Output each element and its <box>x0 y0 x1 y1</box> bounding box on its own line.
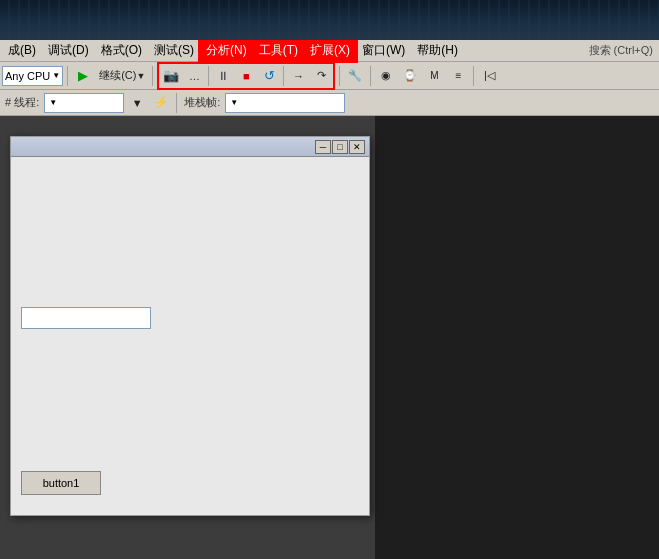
memory-icon: M <box>430 70 438 81</box>
stop-button[interactable]: ■ <box>235 65 257 87</box>
menu-bar: 成(B) 调试(D) 格式(O) 测试(S) 分析(N) 工具(T) 扩展(X)… <box>0 40 659 62</box>
separator-inner2 <box>283 66 284 86</box>
stack-label: 堆栈帧: <box>181 95 223 110</box>
play-icon: ▶ <box>78 68 88 83</box>
menu-extensions[interactable]: 扩展(X) <box>304 40 356 61</box>
maximize-icon: □ <box>337 142 342 152</box>
ellipsis-icon: … <box>189 70 200 82</box>
menu-search[interactable]: 搜索 (Ctrl+Q) <box>585 42 657 59</box>
form-window: ─ □ ✕ button1 <box>10 136 370 516</box>
step-over-icon: ↷ <box>317 69 326 82</box>
restart-button[interactable]: ↺ <box>258 65 280 87</box>
close-icon: ✕ <box>353 142 361 152</box>
separator-4 <box>370 66 371 86</box>
continue-label-btn[interactable]: 继续(C) ▼ <box>96 65 148 87</box>
restart-icon: ↺ <box>264 68 275 83</box>
wrench-icon: 🔧 <box>348 69 362 82</box>
stack-dropdown[interactable]: ▼ <box>225 93 345 113</box>
form-title-bar: ─ □ ✕ <box>11 137 369 157</box>
button1-label: button1 <box>43 477 80 489</box>
separator-2 <box>152 66 153 86</box>
separator-r2-1 <box>176 93 177 113</box>
stop-icon: ■ <box>243 70 250 82</box>
trace-button[interactable]: ⚡ <box>150 92 172 114</box>
ellipsis-button[interactable]: … <box>183 65 205 87</box>
right-panel <box>375 116 659 559</box>
menu-build[interactable]: 成(B) <box>2 40 42 61</box>
cpu-select-value: Any CPU <box>5 70 50 82</box>
continue-text: 继续(C) <box>99 68 136 83</box>
separator-1 <box>67 66 68 86</box>
more-button[interactable]: |◁ <box>478 65 500 87</box>
menu-format[interactable]: 格式(O) <box>95 40 148 61</box>
separator-5 <box>473 66 474 86</box>
menu-debug[interactable]: 调试(D) <box>42 40 95 61</box>
threads-icon: ≡ <box>455 70 461 81</box>
separator-3 <box>339 66 340 86</box>
title-bar <box>0 0 659 40</box>
menu-test[interactable]: 测试(S) <box>148 40 200 61</box>
thread-dropdown[interactable]: ▼ <box>44 93 124 113</box>
cpu-select-arrow: ▼ <box>52 71 60 80</box>
trace-icon: ⚡ <box>154 96 168 109</box>
form-button1[interactable]: button1 <box>21 471 101 495</box>
form-textbox[interactable] <box>21 307 151 329</box>
watch-icon: ⌚ <box>403 69 417 82</box>
thread-label: # 线程: <box>2 95 42 110</box>
continue-arrow: ▼ <box>136 71 145 81</box>
filter-button[interactable]: ▼ <box>126 92 148 114</box>
step-over-button[interactable]: ↷ <box>310 65 332 87</box>
stack-arrow: ▼ <box>230 98 238 107</box>
step-arrow-button[interactable]: → <box>287 65 309 87</box>
screenshot-button[interactable]: 📷 <box>160 65 182 87</box>
form-minimize-button[interactable]: ─ <box>315 140 331 154</box>
pause-button[interactable]: ⏸ <box>212 65 234 87</box>
camera-icon: 📷 <box>163 68 179 83</box>
form-designer: ─ □ ✕ button1 <box>0 116 375 559</box>
form-maximize-button[interactable]: □ <box>332 140 348 154</box>
breakpoints-icon: ◉ <box>381 69 391 82</box>
watch-button[interactable]: ⌚ <box>399 65 421 87</box>
title-bar-background <box>0 0 659 40</box>
arrow-icon: → <box>293 70 304 82</box>
pause-icon: ⏸ <box>217 69 229 83</box>
filter-icon: ▼ <box>132 97 143 109</box>
menu-window[interactable]: 窗口(W) <box>356 40 411 61</box>
debug-controls-group: 📷 … ⏸ ■ ↺ → ↷ <box>157 62 335 90</box>
form-close-button[interactable]: ✕ <box>349 140 365 154</box>
toolbar-row1: Any CPU ▼ ▶ 继续(C) ▼ 📷 … ⏸ ■ ↺ <box>0 62 659 90</box>
toolbar-row2: # 线程: ▼ ▼ ⚡ 堆栈帧: ▼ <box>0 90 659 116</box>
menu-tools[interactable]: 工具(T) <box>253 40 304 61</box>
thread-arrow: ▼ <box>49 98 57 107</box>
minimize-icon: ─ <box>320 142 326 152</box>
memory-button[interactable]: M <box>423 65 445 87</box>
debug-tools-button[interactable]: 🔧 <box>344 65 366 87</box>
ide-area: ─ □ ✕ button1 <box>0 116 659 559</box>
threads-button[interactable]: ≡ <box>447 65 469 87</box>
continue-button[interactable]: ▶ <box>72 65 94 87</box>
cpu-select-dropdown[interactable]: Any CPU ▼ <box>2 66 63 86</box>
menu-analyze[interactable]: 分析(N) <box>200 40 253 61</box>
form-body: button1 <box>11 157 369 515</box>
more-icon: |◁ <box>484 69 495 82</box>
menu-help[interactable]: 帮助(H) <box>411 40 464 61</box>
separator-inner1 <box>208 66 209 86</box>
breakpoints-button[interactable]: ◉ <box>375 65 397 87</box>
